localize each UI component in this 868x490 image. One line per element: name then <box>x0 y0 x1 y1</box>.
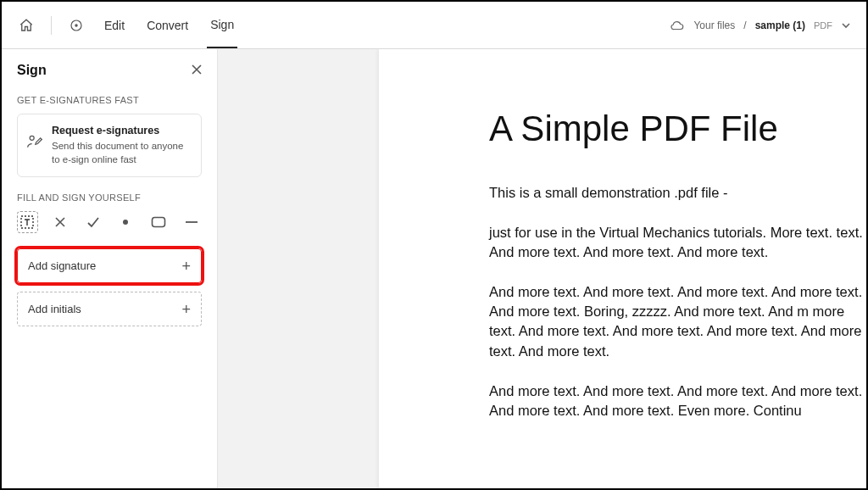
people-pen-icon <box>26 133 43 150</box>
svg-point-2 <box>30 136 34 140</box>
doc-paragraph: And more text. And more text. And more t… <box>489 381 866 420</box>
tab-convert[interactable]: Convert <box>143 3 192 47</box>
checkmark-tool-icon[interactable] <box>82 211 103 233</box>
line-tool-icon[interactable] <box>181 211 202 233</box>
breadcrumb-sep: / <box>743 19 746 31</box>
section-esign-label: GET E-SIGNATURES FAST <box>17 95 202 105</box>
panel-title: Sign <box>17 63 202 78</box>
close-icon[interactable] <box>190 63 203 76</box>
doc-paragraph: And more text. And more text. And more t… <box>489 282 866 360</box>
main-area: Sign GET E-SIGNATURES FAST Request e-sig… <box>2 49 866 488</box>
textbox-tool-icon[interactable] <box>17 211 38 233</box>
doc-paragraph: just for use in the Virtual Mechanics tu… <box>489 223 866 262</box>
card-desc: Send this document to anyone to e-sign o… <box>52 140 191 166</box>
top-toolbar: Edit Convert Sign Your files / sample (1… <box>2 2 866 49</box>
tab-edit[interactable]: Edit <box>101 3 128 47</box>
breadcrumb: Your files / sample (1) PDF <box>670 19 851 31</box>
add-signature-button[interactable]: Add signature + <box>17 248 202 283</box>
target-icon[interactable] <box>67 16 86 35</box>
add-initials-button[interactable]: Add initials + <box>17 292 202 326</box>
separator <box>51 16 52 35</box>
svg-rect-5 <box>153 218 165 227</box>
doc-title: A Simple PDF File <box>489 109 866 149</box>
breadcrumb-root[interactable]: Your files <box>693 19 735 31</box>
document-viewport[interactable]: A Simple PDF File This is a small demons… <box>218 49 866 488</box>
doc-paragraph: This is a small demonstration .pdf file … <box>489 183 866 203</box>
add-signature-label: Add signature <box>28 259 96 272</box>
tab-sign[interactable]: Sign <box>207 3 237 48</box>
breadcrumb-filename: sample (1) <box>755 19 805 31</box>
sign-panel: Sign GET E-SIGNATURES FAST Request e-sig… <box>2 49 218 488</box>
dot-tool-icon[interactable] <box>115 211 136 233</box>
section-fillsign-label: FILL AND SIGN YOURSELF <box>17 192 202 203</box>
rounded-rect-tool-icon[interactable] <box>148 211 170 233</box>
breadcrumb-ext: PDF <box>814 20 832 31</box>
svg-point-4 <box>123 220 128 225</box>
card-title: Request e-signatures <box>52 125 191 136</box>
chevron-down-icon[interactable] <box>841 20 851 31</box>
svg-point-1 <box>75 24 77 25</box>
home-icon[interactable] <box>17 16 36 35</box>
add-initials-label: Add initials <box>28 303 81 315</box>
request-esign-card[interactable]: Request e-signatures Send this document … <box>17 114 202 177</box>
x-mark-tool-icon[interactable] <box>50 211 71 233</box>
fill-tools-row <box>17 211 202 233</box>
cloud-icon <box>670 19 685 31</box>
pdf-page: A Simple PDF File This is a small demons… <box>379 49 866 488</box>
